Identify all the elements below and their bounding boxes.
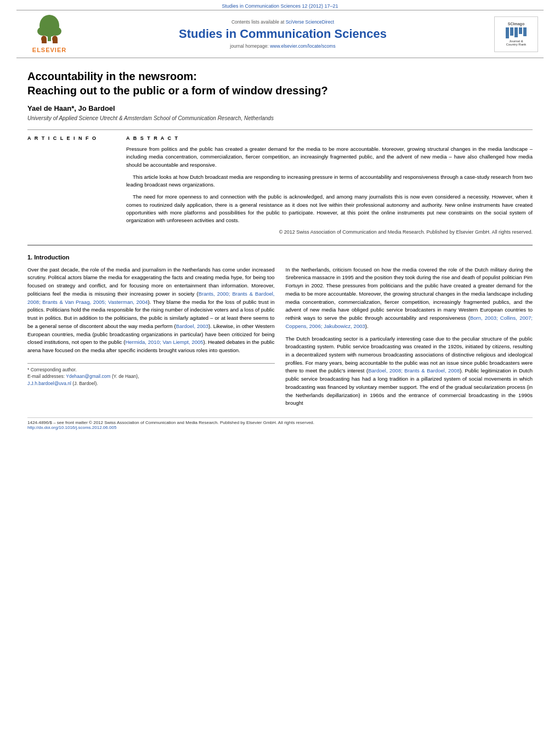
svg-point-2 (37, 27, 48, 36)
email2-line: J.J.h.bardoel@uva.nl (J. Bardoel). (27, 380, 275, 387)
email1-link[interactable]: Ydehaan@gmail.com (66, 374, 110, 379)
section-1-title: 1. Introduction (27, 254, 533, 261)
article-title-section: Accountability in the newsroom: Reaching… (27, 69, 533, 121)
scimago-logo: SCImago Journal &Country Rank (494, 16, 538, 52)
ref-bardoel-2003[interactable]: Bardoel, 2003 (176, 323, 208, 329)
abstract-copyright: © 2012 Swiss Association of Communicatio… (126, 229, 533, 236)
citation-text: Studies in Communication Sciences 12 (20… (222, 3, 338, 9)
elsevier-logo: ELSEVIER (22, 15, 77, 53)
right-column: In the Netherlands, criticism focused on… (286, 266, 533, 412)
abstract-para-1: Pressure from politics and the public ha… (126, 145, 533, 169)
elsevier-text: ELSEVIER (32, 47, 66, 53)
footer-issn: 1424-4896/$ – see front matter © 2012 Sw… (27, 420, 533, 425)
article-info-label: A R T I C L E I N F O (27, 135, 115, 141)
svg-rect-6 (42, 39, 47, 43)
article-authors: Yael de Haan*, Jo Bardoel (27, 104, 533, 112)
main-content: 1. Introduction Over the past decade, th… (27, 245, 533, 412)
abstract-label: A B S T R A C T (126, 135, 533, 141)
article-info-abstract: A R T I C L E I N F O A B S T R A C T Pr… (27, 129, 533, 236)
two-column-layout: Over the past decade, the role of the me… (27, 266, 533, 412)
sciverse-line: Contents lists available at SciVerse Sci… (77, 19, 489, 25)
homepage-link[interactable]: www.elsevier.com/locate/scoms (270, 43, 336, 49)
journal-title: Studies in Communication Sciences (77, 27, 489, 41)
ref-bardoel-2008[interactable]: Bardoel, 2008; Brants & Bardoel, 2008 (368, 367, 460, 374)
abstract-text: Pressure from politics and the public ha… (126, 145, 533, 236)
author-affiliation: University of Applied Science Utrecht & … (27, 115, 533, 121)
top-citation: Studies in Communication Sciences 12 (20… (0, 0, 560, 10)
svg-rect-7 (53, 39, 58, 43)
footnote-text: * Corresponding author. E-mail addresses… (27, 366, 275, 387)
sciverse-link[interactable]: SciVerse ScienceDirect (286, 19, 334, 25)
footer-doi: http://dx.doi.org/10.1016/j.scoms.2012.0… (27, 425, 533, 430)
page-wrapper: Studies in Communication Sciences 12 (20… (0, 0, 560, 430)
article-abstract-right: A B S T R A C T Pressure from politics a… (126, 135, 533, 236)
right-para-2: The Dutch broadcasting sector is a parti… (286, 335, 533, 408)
ref-brants-2000[interactable]: Brants, 2000; Brants & Bardoel, 2008; Br… (27, 291, 275, 305)
email2-link[interactable]: J.J.h.bardoel@uva.nl (27, 381, 71, 386)
journal-header: ELSEVIER Contents lists available at Sci… (16, 10, 544, 58)
abstract-para-3: The need for more openness to and connec… (126, 193, 533, 224)
page-footer: 1424-4896/$ – see front matter © 2012 Sw… (27, 417, 533, 430)
right-para-1: In the Netherlands, criticism focused on… (286, 266, 533, 331)
left-column: Over the past decade, the role of the me… (27, 266, 275, 412)
abstract-para-2: This article looks at how Dutch broadcas… (126, 173, 533, 189)
journal-right-logo: SCImago Journal &Country Rank (489, 16, 538, 52)
left-para-1: Over the past decade, the role of the me… (27, 266, 275, 355)
journal-center: Contents lists available at SciVerse Sci… (77, 19, 489, 49)
svg-point-3 (50, 27, 61, 36)
email-line: E-mail addresses: Ydehaan@gmail.com (Y. … (27, 373, 275, 380)
doi-link[interactable]: http://dx.doi.org/10.1016/j.scoms.2012.0… (27, 425, 116, 430)
elsevier-tree-icon (33, 15, 66, 45)
article-title: Accountability in the newsroom: Reaching… (27, 69, 533, 98)
corresponding-author-note: * Corresponding author. (27, 366, 275, 374)
ref-born[interactable]: Born, 2003; Collins, 2007; Coppens, 2006… (286, 315, 533, 329)
ref-hermida[interactable]: Hermida, 2010; Van Liempt, 2005 (125, 339, 203, 345)
article-info-left: A R T I C L E I N F O (27, 135, 115, 236)
journal-homepage: journal homepage: www.elsevier.com/locat… (77, 43, 489, 49)
